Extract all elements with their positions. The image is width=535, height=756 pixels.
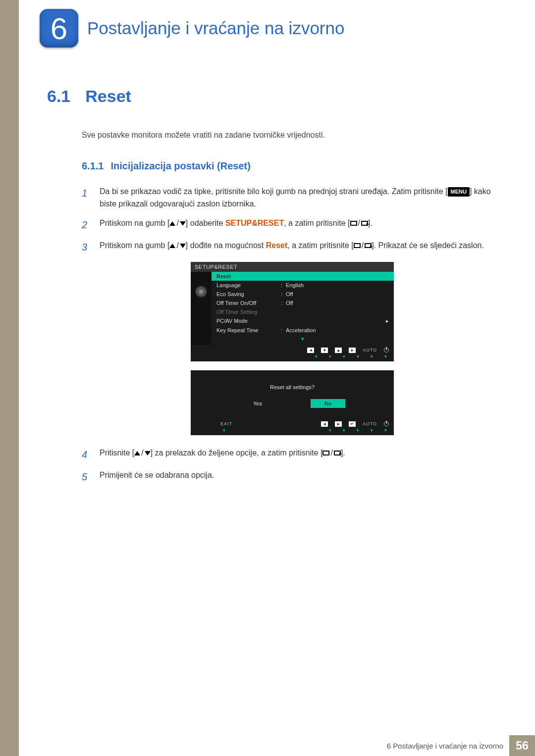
step-number: 3 bbox=[82, 240, 91, 255]
step-text: ]. Prikazat će se sljedeći zaslon. bbox=[372, 241, 484, 250]
osd-item-label: PC/AV Mode bbox=[216, 318, 281, 324]
page-footer: 6 Postavljanje i vraćanje na izvorno 56 bbox=[0, 735, 535, 756]
osd-sidebar bbox=[191, 272, 212, 345]
step-number: 2 bbox=[82, 217, 91, 233]
section-intro: Sve postavke monitora možete vratiti na … bbox=[82, 131, 503, 140]
content-area: 6.1 Reset Sve postavke monitora možete v… bbox=[47, 87, 503, 492]
sidebar-stripe bbox=[0, 0, 19, 756]
step-3: 3 Pritiskom na gumb [ / ] dođite na mogu… bbox=[82, 240, 503, 255]
nav-left-icon: ◂ bbox=[307, 348, 314, 353]
osd-item-language: Language : English bbox=[212, 281, 394, 290]
step-text: Pritisnite [ bbox=[100, 449, 134, 457]
step-number: 1 bbox=[82, 186, 91, 210]
osd-item-reset: Reset bbox=[212, 272, 394, 281]
nav-auto-label: AUTO bbox=[363, 421, 377, 426]
nav-enter-icon: ↵ bbox=[349, 421, 356, 427]
subsection-heading: 6.1.1 Inicijalizacija postavki (Reset) bbox=[82, 160, 503, 172]
osd-menu-screenshot: SETUP&RESET Reset Language : English Eco bbox=[191, 262, 394, 361]
osd-item-eco: Eco Saving : Off bbox=[212, 290, 394, 299]
step-text: ] dođite na mogućnost bbox=[186, 241, 266, 250]
osd-no-button: No bbox=[311, 399, 345, 408]
steps-list: 1 Da bi se prikazao vodič za tipke, prit… bbox=[82, 186, 503, 485]
osd-item-pcav: PC/AV Mode ▸ bbox=[212, 316, 394, 326]
reset-keyword: Reset bbox=[266, 241, 288, 250]
step-text: Pritiskom na gumb [ bbox=[100, 241, 169, 250]
step-text: ] za prelazak do željene opcije, a zatim… bbox=[151, 449, 323, 457]
osd-menu-list: Reset Language : English Eco Saving : Of… bbox=[212, 272, 394, 345]
subsection-title: Inicijalizacija postavki (Reset) bbox=[110, 160, 250, 172]
nav-up-icon: ▴ bbox=[335, 348, 342, 353]
nav-auto-label: AUTO bbox=[363, 348, 377, 353]
osd-item-value: Off bbox=[286, 291, 389, 297]
gear-icon bbox=[196, 287, 206, 297]
chevron-right-icon: ▸ bbox=[378, 318, 389, 324]
step-4: 4 Pritisnite [ / ] za prelazak do željen… bbox=[82, 447, 503, 462]
step-5: 5 Primijenit će se odabrana opcija. bbox=[82, 469, 503, 485]
step-2: 2 Pritiskom na gumb [ / ] odaberite SETU… bbox=[82, 217, 503, 233]
osd-item-value: Acceleration bbox=[286, 327, 389, 333]
osd-tick-row: ▾ ▾▾▾▾▾ bbox=[191, 428, 394, 435]
step-text: Da bi se prikazao vodič za tipke, pritis… bbox=[100, 187, 448, 196]
section-number: 6.1 bbox=[47, 87, 70, 106]
chapter-title: Postavljanje i vraćanje na izvorno bbox=[87, 18, 344, 38]
footer-chapter-label: 6 Postavljanje i vraćanje na izvorno bbox=[387, 742, 509, 750]
up-down-icon: / bbox=[169, 240, 185, 252]
osd-item-label: Eco Saving bbox=[216, 291, 281, 297]
osd-item-label: Off Timer Setting bbox=[216, 309, 281, 315]
exit-label: EXIT bbox=[220, 421, 232, 426]
step-number: 5 bbox=[82, 469, 91, 485]
osd-confirm-screenshot: Reset all settings? Yes No EXIT ◂ ▸ ↵ AU… bbox=[191, 370, 394, 435]
power-icon bbox=[384, 421, 389, 426]
osd-yes-button: Yes bbox=[239, 399, 276, 408]
osd-title: SETUP&RESET bbox=[191, 262, 394, 272]
osd-confirm-nav: EXIT ◂ ▸ ↵ AUTO bbox=[191, 419, 394, 428]
enter-icon: / bbox=[354, 240, 372, 252]
step-text: ] odaberite bbox=[186, 219, 225, 227]
osd-nav-bar: ◂ ▾ ▴ ▸ AUTO bbox=[191, 345, 394, 354]
nav-down-icon: ▾ bbox=[321, 348, 328, 353]
power-icon bbox=[384, 348, 389, 353]
up-down-icon: / bbox=[169, 217, 185, 230]
chapter-header: 6 Postavljanje i vraćanje na izvorno bbox=[40, 9, 344, 48]
step-text: , a zatim pritisnite [ bbox=[284, 219, 350, 227]
step-text: Primijenit će se odabrana opcija. bbox=[100, 471, 214, 479]
osd-item-value: Off bbox=[286, 300, 389, 306]
osd-item-value: English bbox=[286, 282, 389, 288]
scroll-down-icon: ▾ bbox=[212, 335, 394, 343]
subsection-number: 6.1.1 bbox=[82, 160, 104, 172]
nav-right-icon: ▸ bbox=[349, 348, 356, 353]
osd-item-label: Language bbox=[216, 282, 281, 288]
osd-item-offtimer-onoff: Off Timer On/Off : Off bbox=[212, 299, 394, 307]
page-number: 56 bbox=[509, 735, 535, 756]
setup-reset-keyword: SETUP&RESET bbox=[225, 219, 284, 227]
nav-left-icon: ◂ bbox=[321, 421, 328, 427]
osd-item-label: Key Repeat Time bbox=[216, 327, 281, 333]
osd-confirm-question: Reset all settings? bbox=[191, 370, 394, 399]
enter-icon: / bbox=[322, 447, 340, 459]
step-text: , a zatim pritisnite [ bbox=[287, 241, 353, 250]
step-text: Pritiskom na gumb [ bbox=[100, 219, 169, 227]
enter-icon: / bbox=[350, 217, 368, 230]
osd-item-label: Reset bbox=[216, 273, 281, 279]
step-number: 4 bbox=[82, 447, 91, 462]
up-down-icon: / bbox=[134, 447, 150, 459]
osd-item-label: Off Timer On/Off bbox=[216, 300, 281, 306]
step-1: 1 Da bi se prikazao vodič za tipke, prit… bbox=[82, 186, 503, 210]
nav-right-icon: ▸ bbox=[335, 421, 342, 427]
osd-confirm-buttons: Yes No bbox=[191, 399, 394, 419]
osd-tick-row: ▾▾▾▾▾▾ bbox=[191, 354, 394, 361]
chapter-number-badge: 6 bbox=[40, 9, 78, 48]
section-title: Reset bbox=[85, 87, 131, 106]
osd-item-keyrepeat: Key Repeat Time : Acceleration bbox=[212, 326, 394, 335]
osd-item-offtimer-setting: Off Timer Setting bbox=[212, 307, 394, 316]
menu-button-label: MENU bbox=[448, 187, 470, 197]
section-heading: 6.1 Reset bbox=[47, 87, 503, 106]
